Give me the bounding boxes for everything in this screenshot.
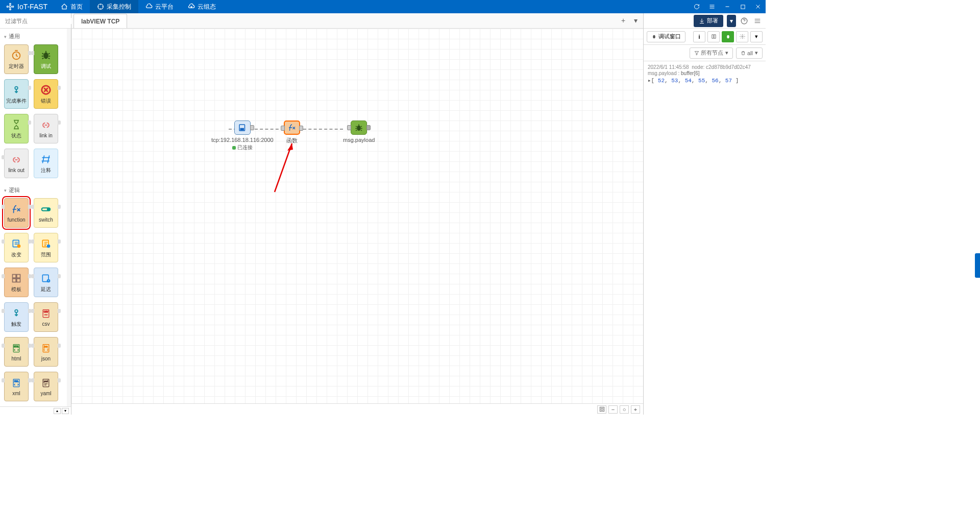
palette-down-button[interactable]: ▾ [62, 408, 69, 414]
deploy-button[interactable]: 部署 [694, 15, 723, 27]
node-link-out[interactable]: link out [4, 149, 29, 178]
node-change[interactable]: 改变 [4, 233, 29, 262]
tab-menu-button[interactable]: ▾ [631, 16, 640, 25]
logo-icon [6, 3, 14, 11]
wire-func-debug[interactable] [303, 129, 343, 130]
svg-rect-22 [17, 278, 20, 282]
maximize-button[interactable] [735, 0, 750, 13]
node-delay[interactable]: 延迟 [34, 268, 58, 297]
app-name: IoT-FAST [17, 3, 47, 11]
palette-sidebar: 通用 定时器 调试 完成事件 错误 状态 link in link out 注释… [0, 13, 71, 415]
titlebar: IoT-FAST 首页 采集控制 云平台 云组态 [0, 0, 766, 13]
info-button[interactable]: i [693, 31, 705, 42]
svg-point-2 [12, 6, 14, 8]
nav-cloud-platform[interactable]: 云平台 [138, 0, 181, 13]
svg-point-38 [357, 126, 361, 131]
node-status[interactable]: 状态 [4, 114, 29, 143]
nav-collect[interactable]: 采集控制 [90, 0, 138, 13]
nav-home[interactable]: 首页 [54, 0, 90, 13]
trigger-icon [10, 307, 22, 319]
tcp-icon [238, 123, 247, 132]
node-html[interactable]: HTMLhtml [4, 337, 29, 367]
link-out-icon [10, 154, 22, 166]
zoom-reset-button[interactable]: ○ [620, 405, 629, 414]
debug-window-tab[interactable]: 调试窗口 [647, 31, 685, 42]
app-logo: IoT-FAST [0, 3, 54, 11]
deploy-menu-button[interactable]: ▾ [727, 15, 736, 27]
node-comment[interactable]: 注释 [34, 149, 58, 178]
node-xml[interactable]: XMLxml [4, 372, 29, 401]
minimize-button[interactable] [720, 0, 735, 13]
debug-entry-header: 2022/6/1 11:45:58 node: c2d878b9d7d02c47 [648, 64, 762, 70]
panel-menu-button[interactable]: ▾ [750, 31, 763, 42]
canvas-nav-button[interactable] [597, 405, 606, 414]
help-button[interactable] [739, 16, 749, 26]
book-button[interactable] [707, 31, 720, 42]
svg-rect-19 [13, 274, 16, 278]
node-csv[interactable]: CSVcsv [34, 302, 58, 332]
close-button[interactable] [750, 0, 766, 13]
bug-icon [651, 34, 657, 39]
node-yaml[interactable]: yamlyaml [34, 372, 58, 401]
tab-labview-tcp[interactable]: labVIEW TCP [74, 14, 127, 28]
function-icon [10, 203, 22, 215]
refresh-button[interactable] [689, 0, 704, 13]
debug-content: 2022/6/1 11:45:58 node: c2d878b9d7d02c47… [644, 61, 766, 415]
filter-nodes-button[interactable]: 所有节点 ▾ [690, 47, 733, 59]
zoom-out-button[interactable]: − [608, 405, 618, 414]
node-function[interactable]: function [4, 198, 29, 228]
filter-input[interactable] [3, 18, 76, 24]
node-json[interactable]: jsonjson [34, 337, 58, 367]
cloud-platform-icon [145, 3, 153, 10]
debug-entry-data[interactable]: ▸[ 52, 53, 54, 55, 56, 57 ] [648, 77, 762, 84]
node-complete[interactable]: 完成事件 [4, 79, 29, 109]
collect-icon [97, 3, 104, 10]
settings-button[interactable] [736, 31, 748, 42]
add-tab-button[interactable]: + [619, 16, 628, 25]
flow-canvas[interactable]: tcp:192.168.18.116:2000 已连接 函数 msg.paylo… [71, 29, 643, 403]
html-icon: HTML [10, 342, 22, 354]
top-nav: 首页 采集控制 云平台 云组态 [54, 0, 223, 13]
filter-row [0, 13, 71, 29]
sidebar-footer: ▴ ▾ [0, 406, 71, 415]
error-icon [40, 84, 52, 96]
node-link-in[interactable]: link in [34, 114, 58, 143]
main-menu-button[interactable] [752, 16, 763, 26]
clear-all-button[interactable]: all ▾ [736, 47, 763, 59]
csv-icon: CSV [40, 307, 52, 320]
palette: 通用 定时器 调试 完成事件 错误 状态 link in link out 注释… [0, 29, 71, 406]
debug-active-button[interactable] [722, 31, 734, 42]
svg-point-18 [47, 244, 51, 248]
debug-filter-row: 所有节点 ▾ all ▾ [644, 45, 766, 61]
svg-point-6 [191, 6, 192, 7]
node-template[interactable]: 模板 [4, 268, 29, 297]
node-debug[interactable]: 调试 [34, 44, 58, 74]
trash-icon [741, 51, 746, 56]
xml-icon: XML [10, 377, 22, 389]
palette-scrollbar[interactable] [67, 29, 71, 406]
switch-icon [40, 203, 52, 215]
touch-icon [10, 84, 22, 96]
timer-icon [10, 49, 22, 61]
svg-rect-37 [240, 129, 243, 130]
template-icon [10, 272, 22, 284]
node-range[interactable]: 范围 [34, 233, 58, 262]
nav-cloud-config[interactable]: 云组态 [181, 0, 223, 13]
node-switch[interactable]: switch [34, 198, 58, 228]
menu-button[interactable] [704, 0, 720, 13]
svg-point-46 [742, 36, 743, 37]
svg-rect-41 [600, 407, 604, 411]
node-timer[interactable]: 定时器 [4, 44, 29, 74]
flow-node-tcp[interactable]: tcp:192.168.18.116:2000 已连接 [211, 120, 274, 151]
flow-node-debug[interactable]: msg.payload [343, 120, 375, 143]
svg-point-1 [10, 3, 11, 5]
node-error[interactable]: 错误 [34, 79, 58, 109]
svg-point-3 [7, 6, 8, 8]
cat-general[interactable]: 通用 [3, 29, 68, 43]
node-trigger[interactable]: 触发 [4, 302, 29, 332]
palette-up-button[interactable]: ▴ [54, 408, 61, 414]
cat-logic[interactable]: 逻辑 [3, 182, 68, 197]
change-icon [10, 237, 22, 250]
svg-line-39 [275, 143, 292, 192]
zoom-in-button[interactable]: + [631, 405, 640, 414]
